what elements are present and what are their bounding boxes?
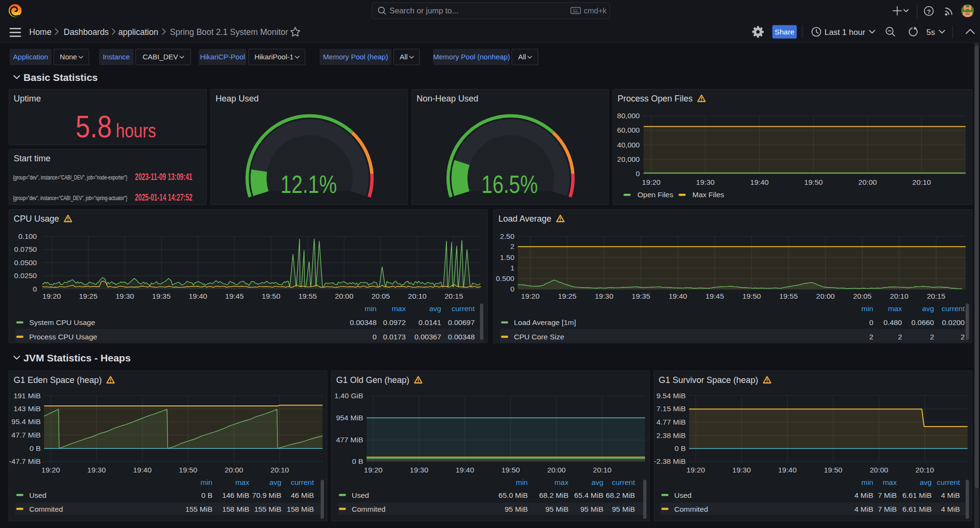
svg-text:Home: Home [29,27,52,37]
svg-text:19:20: 19:20 [687,466,705,474]
svg-text:19:20: 19:20 [521,292,540,300]
svg-text:Used: Used [352,491,369,499]
svg-text:G1 Survivor Space (heap): G1 Survivor Space (heap) [659,375,758,385]
svg-text:2: 2 [869,333,873,341]
svg-text:19:35: 19:35 [632,292,650,300]
svg-text:0.0173: 0.0173 [383,333,406,341]
svg-text:20,000: 20,000 [617,155,640,163]
svg-text:20:10: 20:10 [890,292,909,300]
svg-text:Start time: Start time [14,154,51,163]
svg-text:19:30: 19:30 [595,292,613,300]
svg-text:{group="dev", instance="CABI_D: {group="dev", instance="CABI_DEV", job="… [13,174,127,181]
svg-text:Load Average: Load Average [499,214,552,224]
svg-text:avg: avg [591,478,603,486]
svg-text:20:00: 20:00 [335,292,354,300]
svg-text:avg: avg [920,478,932,486]
svg-text:95 MiB: 95 MiB [505,505,528,513]
svg-text:Uptime: Uptime [14,94,41,103]
svg-text:G1 Eden Space (heap): G1 Eden Space (heap) [14,375,102,385]
svg-text:0 B: 0 B [201,491,212,499]
svg-text:current: current [291,478,314,486]
svg-text:7 MiB: 7 MiB [878,491,897,499]
svg-text:Open Files: Open Files [637,191,673,199]
svg-text:146 MiB: 146 MiB [222,491,249,499]
svg-text:Process CPU Usage: Process CPU Usage [29,333,97,341]
svg-text:2: 2 [510,242,514,250]
svg-text:Heap Used: Heap Used [216,94,259,103]
svg-text:max: max [235,478,250,486]
svg-text:158 MiB: 158 MiB [222,505,249,513]
svg-text:19:40: 19:40 [189,292,207,300]
svg-text:4 MiB: 4 MiB [941,491,960,499]
svg-text:0 B: 0 B [352,457,363,465]
svg-text:20:00: 20:00 [869,466,888,474]
svg-text:19:50: 19:50 [262,292,280,300]
svg-text:{group="dev", instance="CABI_D: {group="dev", instance="CABI_DEV", job="… [13,194,127,202]
svg-text:2.50: 2.50 [500,232,515,240]
svg-text:Max Files: Max Files [692,191,724,199]
svg-text:min: min [200,478,212,486]
svg-text:0.100: 0.100 [18,232,37,240]
svg-text:0.500: 0.500 [496,274,514,282]
svg-text:G1 Old Gen (heap): G1 Old Gen (heap) [336,375,410,385]
svg-text:0.0200: 0.0200 [942,318,965,326]
svg-text:Basic Statistics: Basic Statistics [23,72,98,83]
svg-text:0.00348: 0.00348 [448,333,475,341]
svg-text:1.40 GiB: 1.40 GiB [334,392,363,400]
svg-text:4 MiB: 4 MiB [941,505,960,513]
svg-text:avg: avg [429,304,441,313]
svg-text:-2.38 MiB: -2.38 MiB [654,457,686,465]
svg-text:min: min [516,478,528,486]
svg-text:current: current [937,478,960,486]
svg-text:6.61 MiB: 6.61 MiB [902,491,932,499]
svg-text:0.00697: 0.00697 [448,318,475,326]
svg-text:Last 1 hour: Last 1 hour [824,28,865,37]
svg-text:current: current [942,304,965,313]
svg-text:143 MiB: 143 MiB [13,404,41,413]
svg-text:20:05: 20:05 [371,292,390,300]
svg-text:20:10: 20:10 [408,292,427,300]
svg-text:0: 0 [372,333,377,341]
svg-text:19:20: 19:20 [42,466,60,474]
svg-text:20:00: 20:00 [858,178,877,186]
svg-text:12.1%: 12.1% [280,171,337,198]
svg-text:20:05: 20:05 [853,292,872,300]
svg-text:19:55: 19:55 [298,292,317,300]
svg-text:155 MiB: 155 MiB [185,505,212,513]
svg-text:80,000: 80,000 [617,112,640,120]
svg-text:Commited: Commited [352,505,386,513]
svg-text:19:45: 19:45 [705,292,724,300]
svg-text:0.0250: 0.0250 [14,271,37,280]
svg-text:Commited: Commited [674,505,708,513]
svg-text:Spring Boot 2.1 System Monitor: Spring Boot 2.1 System Monitor [170,27,288,37]
svg-text:19:50: 19:50 [804,178,823,186]
svg-text:min: min [861,304,873,313]
svg-text:4.77 MiB: 4.77 MiB [657,418,686,426]
svg-text:20:00: 20:00 [547,466,566,474]
svg-text:JVM Statistics - Heaps: JVM Statistics - Heaps [23,352,131,363]
svg-text:0.0500: 0.0500 [14,258,37,267]
svg-text:CPU Core Size: CPU Core Size [514,333,564,341]
svg-text:46 MiB: 46 MiB [291,491,314,499]
svg-text:19:50: 19:50 [501,466,520,474]
svg-text:max: max [555,478,569,486]
svg-text:477 MiB: 477 MiB [336,436,363,444]
svg-text:0.00348: 0.00348 [350,318,377,326]
svg-text:0.0660: 0.0660 [912,318,935,326]
svg-text:20:15: 20:15 [927,292,946,300]
svg-text:7 MiB: 7 MiB [878,505,897,513]
svg-text:19:35: 19:35 [152,292,171,300]
svg-text:20:15: 20:15 [445,292,463,300]
svg-text:68.2 MiB: 68.2 MiB [539,491,568,499]
svg-text:20:10: 20:10 [913,178,931,186]
svg-text:2: 2 [898,333,902,341]
svg-text:current: current [452,304,475,313]
svg-text:19:25: 19:25 [79,292,98,300]
svg-text:65.4 MiB: 65.4 MiB [574,491,603,499]
svg-text:65.0 MiB: 65.0 MiB [499,491,528,499]
svg-text:19:50: 19:50 [824,466,843,474]
svg-text:2023-11-09 13:09:41: 2023-11-09 13:09:41 [135,171,192,182]
svg-text:95 MiB: 95 MiB [580,505,603,513]
svg-text:954 MiB: 954 MiB [336,414,363,422]
svg-text:application: application [118,27,158,37]
